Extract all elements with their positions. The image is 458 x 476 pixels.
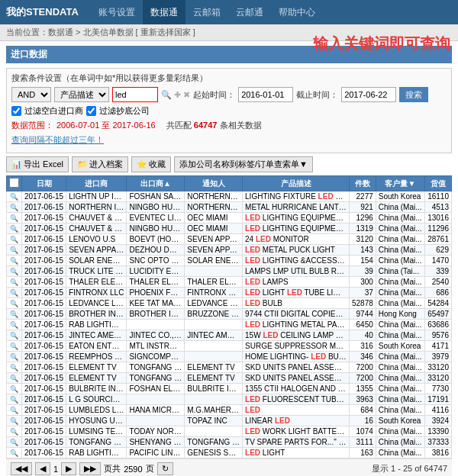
row-icon[interactable]: 🔍	[10, 193, 18, 201]
row-icon[interactable]: 🔍	[10, 417, 18, 425]
field-select[interactable]: 产品描述进口商出口商	[54, 87, 109, 102]
row-exporter[interactable]: FOSHAN SANSH...	[127, 191, 185, 202]
row-importer[interactable]: HYOSUNG USA I...	[66, 416, 127, 426]
row-icon[interactable]: 🔍	[10, 214, 18, 222]
row-exporter[interactable]: HANA MICROELE...	[127, 405, 185, 416]
row-icon[interactable]: 🔍	[10, 204, 18, 211]
row-exporter[interactable]: MTL INSTRUMEN...	[127, 341, 185, 352]
row-importer[interactable]: THALER ELECTRIC	[66, 277, 127, 288]
row-importer[interactable]: JINTEC AMERICA...	[66, 330, 127, 341]
row-importer[interactable]: REEMPHOS TECH...	[66, 352, 127, 362]
row-importer[interactable]: L G SOURCING I...	[66, 394, 127, 405]
row-importer[interactable]: BROTHER INTER...	[66, 309, 127, 320]
row-exporter[interactable]: TODAY NORTH L...	[127, 426, 185, 437]
row-icon[interactable]: 🔍	[10, 375, 18, 382]
row-exporter[interactable]: BROTHER INDUS...	[127, 309, 185, 320]
end-date-input[interactable]	[341, 87, 396, 102]
row-importer[interactable]: BULBRITE INDUS...	[66, 384, 127, 394]
row-importer[interactable]: SEVEN APPAREL	[66, 245, 127, 256]
row-exporter[interactable]: EVENTEC LIMITED	[127, 213, 185, 224]
row-exporter[interactable]: NINGBO HUAMA...	[127, 224, 185, 234]
row-icon[interactable]: 🔍	[10, 300, 18, 307]
col-country[interactable]: 客户量▼	[376, 176, 424, 191]
row-icon[interactable]: 🔍	[10, 439, 18, 446]
row-exporter[interactable]: SIGNCOMPLEXLTD	[127, 352, 185, 362]
row-exporter[interactable]: PHOENIX FOREIG...	[127, 288, 185, 298]
row-exporter[interactable]: THALER ELECTRIC	[127, 277, 185, 288]
row-icon[interactable]: 🔍	[10, 449, 18, 457]
refresh-button[interactable]: ↻	[157, 462, 173, 475]
row-icon[interactable]: 🔍	[10, 278, 18, 286]
col-importer[interactable]: 进口商	[66, 176, 127, 191]
row-exporter[interactable]: SNC OPTO ELEC...	[127, 256, 185, 266]
row-icon[interactable]: 🔍	[10, 396, 18, 404]
col-exporter[interactable]: 出口商▲	[127, 176, 185, 191]
row-importer[interactable]: EATON ENTERPR...	[66, 341, 127, 352]
row-importer[interactable]: TRUCK LITE COM...	[66, 266, 127, 277]
row-icon[interactable]: 🔍	[10, 225, 18, 233]
row-importer[interactable]: LEDVANCE LLC	[66, 298, 127, 309]
row-exporter[interactable]: KEE TAT MANUF...	[127, 298, 185, 309]
tip-text[interactable]: 查询间隔不能超过三年！	[11, 134, 104, 146]
row-icon[interactable]: 🔍	[10, 310, 18, 318]
row-exporter[interactable]	[127, 416, 185, 426]
collect-button[interactable]: ⭐ 收藏	[131, 156, 171, 172]
row-exporter[interactable]: FOSHAN ELECTR...	[127, 384, 185, 394]
row-exporter[interactable]: TONGFANG GLO...	[127, 373, 185, 384]
keyword-input[interactable]	[112, 87, 158, 102]
first-page-button[interactable]: ◀◀	[11, 462, 32, 475]
row-icon[interactable]: 🔍	[10, 257, 18, 265]
row-icon[interactable]: 🔍	[10, 268, 18, 275]
search-button[interactable]: 搜索	[399, 87, 428, 102]
row-icon[interactable]: 🔍	[10, 428, 18, 436]
row-importer[interactable]: NORTHERN INTE...	[66, 202, 127, 213]
add-label-button[interactable]: 添加公司名称到标签/订单查索单▼	[174, 156, 313, 172]
select-all-checkbox[interactable]	[9, 178, 19, 188]
row-exporter[interactable]: LUCIDITY ENTER...	[127, 266, 185, 277]
nav-mail[interactable]: 云邮箱	[185, 0, 228, 24]
export-excel-button[interactable]: 📊 导出 Excel	[6, 156, 69, 172]
nav-cloud[interactable]: 云邮通	[228, 0, 271, 24]
row-importer[interactable]: ELEMENT TV	[66, 373, 127, 384]
nav-account[interactable]: 账号设置	[91, 0, 143, 24]
row-icon[interactable]: 🔍	[10, 289, 18, 297]
next-page-button[interactable]: ▶	[61, 462, 76, 475]
row-importer[interactable]: ELEMENT TV	[66, 362, 127, 373]
nav-data[interactable]: 数据通	[143, 0, 185, 24]
row-exporter[interactable]: TONGFANG GLO...	[127, 362, 185, 373]
row-exporter[interactable]: DEZHOU DODO ...	[127, 245, 185, 256]
row-exporter[interactable]	[127, 320, 185, 330]
row-importer[interactable]: LIGHTN UP INC.	[66, 191, 127, 202]
logic-select[interactable]: ANDOR	[11, 87, 51, 102]
row-importer[interactable]: CHAUVET & SON...	[66, 224, 127, 234]
row-importer[interactable]: SOLAR ENERGY ...	[66, 256, 127, 266]
row-icon[interactable]: 🔍	[10, 407, 18, 414]
last-page-button[interactable]: ▶▶	[79, 462, 101, 475]
nav-help[interactable]: 帮助中心	[271, 0, 323, 24]
row-icon[interactable]: 🔍	[10, 385, 18, 393]
row-icon[interactable]: 🔍	[10, 343, 18, 350]
row-exporter[interactable]: NINGBO HUAMA...	[127, 202, 185, 213]
row-importer[interactable]: TONGFANG GLO...	[66, 437, 127, 448]
row-icon[interactable]: 🔍	[10, 332, 18, 339]
row-importer[interactable]: RAB LIGHTING I...	[66, 448, 127, 458]
row-icon[interactable]: 🔍	[10, 364, 18, 371]
row-icon[interactable]: 🔍	[10, 236, 18, 243]
row-icon[interactable]: 🔍	[10, 353, 18, 361]
row-importer[interactable]: LUMSING TECHN...	[66, 426, 127, 437]
row-icon[interactable]: 🔍	[10, 246, 18, 254]
import-analysis-button[interactable]: 📁 进入档案	[72, 156, 128, 172]
row-exporter[interactable]: PACIFIC LINK IN...	[127, 448, 185, 458]
filter-bottom-company[interactable]	[86, 106, 96, 116]
row-exporter[interactable]	[127, 394, 185, 405]
row-exporter[interactable]: BOEVT (HONG K...	[127, 234, 185, 245]
row-importer[interactable]: LENOVO U.S	[66, 234, 127, 245]
row-icon[interactable]: 🔍	[10, 321, 18, 329]
row-importer[interactable]: FINTRONX LLC	[66, 288, 127, 298]
row-importer[interactable]: CHAUVET & SON...	[66, 213, 127, 224]
row-exporter[interactable]: JINTEC CO., LTD.	[127, 330, 185, 341]
row-importer[interactable]: LUMBLEDS LLC	[66, 405, 127, 416]
row-importer[interactable]: RAB LIGHTING INC	[66, 320, 127, 330]
start-date-input[interactable]	[238, 87, 293, 102]
row-exporter[interactable]: SHENYANG TON...	[127, 437, 185, 448]
